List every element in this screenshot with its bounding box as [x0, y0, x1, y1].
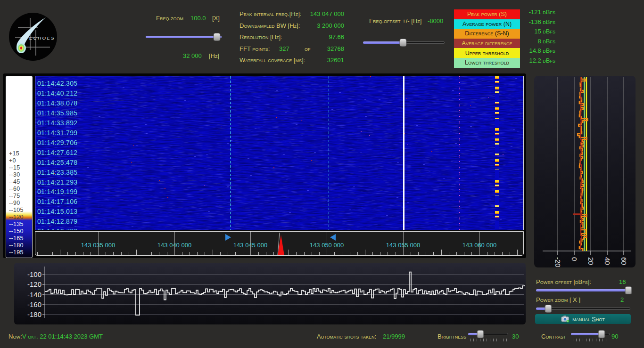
- waterfall-timestamp: 01:14:19.199: [37, 188, 77, 195]
- stats-row-value: 143 047 000: [310, 10, 344, 17]
- freq-minor-tick: [91, 252, 91, 255]
- freq-zoom-label: Freq.zoom: [156, 15, 183, 22]
- db-scale-label: --60: [9, 186, 20, 192]
- waterfall-timestamp: 01:14:12.879: [37, 218, 77, 225]
- waterfall-timestamp: 01:14:42.305: [37, 80, 77, 87]
- fft-points-used: 327: [279, 45, 289, 52]
- contrast-slider-fill: [571, 333, 602, 335]
- contrast-slider-handle[interactable]: [598, 330, 605, 338]
- measure-button-3[interactable]: Average difference: [454, 39, 520, 49]
- power-zoom-slider-handle[interactable]: [545, 305, 552, 313]
- measure-button-0[interactable]: Peak power (S): [454, 9, 520, 19]
- freq-minor-tick: [517, 250, 518, 255]
- power-axis-label: 20: [587, 257, 595, 265]
- freq-minor-tick: [471, 252, 472, 255]
- freq-minor-tick: [159, 252, 159, 255]
- waterfall-display[interactable]: 01:14:42.30501:14:40.21201:14:38.07801:1…: [35, 76, 524, 230]
- freq-minor-tick: [342, 252, 342, 255]
- brightness-slider-handle[interactable]: [477, 330, 484, 338]
- freq-offset-slider[interactable]: [363, 39, 445, 47]
- db-scale-label: +0: [9, 157, 16, 164]
- manual-shot-label-prefix: manual: [572, 316, 592, 323]
- power-y-axis-label: -140: [19, 291, 41, 299]
- freq-minor-tick: [205, 252, 205, 255]
- power-zoom-slider[interactable]: [536, 305, 630, 313]
- manual-shot-label-suffix: hot: [596, 316, 605, 323]
- freq-minor-tick: [45, 252, 45, 255]
- freq-minor-tick: [312, 252, 312, 255]
- freq-minor-tick: [106, 252, 106, 255]
- freq-minor-tick: [296, 252, 297, 255]
- power-profile-panel: -200204060: [534, 76, 636, 267]
- db-scale-label: --75: [9, 193, 20, 199]
- brightness-value: 30: [512, 333, 519, 340]
- measure-button-4[interactable]: Upper threshold: [454, 48, 520, 58]
- interval-end-arrow-icon[interactable]: [330, 234, 336, 241]
- echoes-logo: ECHOES: [8, 12, 58, 61]
- freq-minor-tick: [449, 252, 449, 255]
- db-scale-label: --150: [9, 228, 24, 235]
- power-offset-value: 16: [619, 278, 626, 285]
- freq-minor-tick: [380, 252, 380, 255]
- power-profile-plot: -200204060: [534, 76, 636, 267]
- stats-row: Waterfall coverage [ms]:32601: [239, 57, 344, 63]
- db-scale-label: --180: [9, 242, 24, 249]
- freq-minor-tick: [487, 252, 487, 255]
- freq-minor-tick: [304, 252, 305, 255]
- power-offset-slider[interactable]: [536, 286, 630, 294]
- shots-taken-label: Automatic shots taken:: [317, 333, 376, 340]
- freq-zoom-slider-handle[interactable]: [214, 33, 221, 41]
- power-y-axis-label: -120: [19, 280, 41, 288]
- frequency-scale[interactable]: 143 035 000143 040 000143 045 000143 050…: [35, 231, 524, 256]
- waterfall-timestamp: 01:14:27.612: [37, 149, 77, 156]
- freq-offset-slider-handle[interactable]: [399, 39, 406, 47]
- waterfall-noise-texture: [35, 76, 523, 230]
- stats-row-value: 32601: [327, 57, 344, 64]
- power-zoom-label: Power zoom [ X ]: [536, 296, 580, 303]
- power-offset-label: Power offset [dBfs]:: [536, 278, 591, 285]
- camera-plus-icon: [561, 316, 570, 323]
- stats-row-value: 3 200 000: [317, 22, 344, 29]
- stats-row-label: Waterfall coverage [ms]:: [239, 57, 305, 64]
- freq-minor-tick: [350, 252, 350, 255]
- measure-button-1[interactable]: Average power (N): [454, 19, 520, 29]
- db-scale-label: --120: [9, 214, 24, 220]
- contrast-slider[interactable]: [571, 330, 610, 338]
- freq-tick-label: 143 060 000: [454, 242, 505, 249]
- measure-button-5[interactable]: Lower threshold: [454, 58, 520, 68]
- waterfall-blue-speckles: [35, 76, 37, 77]
- stats-row-label: Downsampled BW [Hz]:: [239, 22, 300, 29]
- freq-span-unit: [Hz]: [209, 52, 219, 59]
- interval-marker-line-left: [230, 76, 231, 230]
- brightness-label: Brightness: [438, 333, 466, 340]
- freq-zoom-unit: [X]: [212, 15, 220, 22]
- waterfall-timestamp: 01:14:38.078: [37, 99, 77, 107]
- power-axis-label: 40: [603, 257, 611, 265]
- peak-frequency-marker: [273, 232, 292, 256]
- power-axis-label: -20: [554, 257, 562, 267]
- power-axis-label: 60: [620, 257, 628, 265]
- freq-minor-tick: [426, 252, 426, 255]
- freq-minor-tick: [197, 252, 198, 255]
- db-scale-label: --165: [9, 235, 24, 242]
- power-offset-slider-handle[interactable]: [625, 286, 632, 294]
- stats-row: Peak interval freq.[Hz]:143 047 000: [239, 10, 344, 17]
- measure-button-2[interactable]: Difference (S-N): [454, 29, 520, 39]
- stats-row: Downsampled BW [Hz]:3 200 000: [239, 22, 344, 29]
- power-zoom-value: 2: [620, 296, 624, 303]
- freq-minor-tick: [319, 252, 320, 255]
- contrast-label: Contrast: [541, 333, 566, 340]
- manual-shot-button[interactable]: manual Shot: [535, 314, 631, 324]
- freq-minor-tick: [502, 252, 503, 255]
- freq-minor-tick: [220, 252, 221, 255]
- freq-minor-tick: [113, 252, 114, 255]
- interval-start-arrow-icon[interactable]: [225, 234, 231, 241]
- freq-offset-value: -8000: [428, 17, 443, 24]
- brightness-slider[interactable]: [468, 330, 508, 338]
- freq-zoom-slider[interactable]: [146, 33, 222, 41]
- waterfall-timestamp: 01:14:29.706: [37, 139, 77, 146]
- echoes-app-window: ECHOES Freq.zoom 100.0 [X] 32 000 [Hz] P…: [0, 0, 644, 348]
- fft-points-of-label: of: [305, 45, 311, 52]
- freq-minor-tick: [510, 252, 510, 255]
- measure-value-2: 15 dBfs: [521, 28, 555, 38]
